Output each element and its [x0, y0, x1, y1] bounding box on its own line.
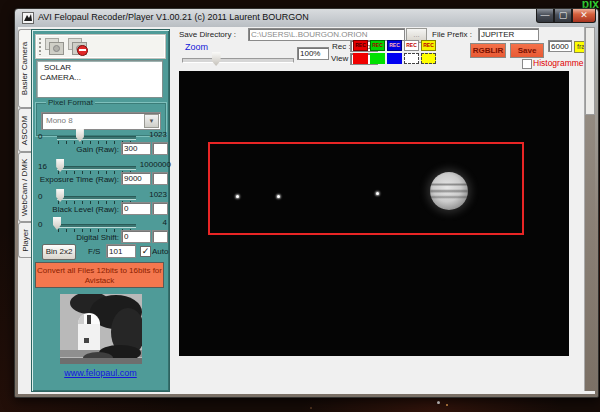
digital-shift-label: Digital Shift:	[76, 233, 119, 242]
fs-value-field[interactable]	[106, 244, 136, 258]
rec-button[interactable]: REC	[353, 40, 368, 51]
color-swatch[interactable]	[387, 53, 402, 64]
color-swatch[interactable]	[370, 53, 385, 64]
histogram-label: Histogramme	[533, 58, 584, 68]
tab-basler-camera[interactable]: Basler Camera	[18, 29, 31, 108]
minimize-button[interactable]: —	[536, 9, 554, 23]
exposure-label: Exposure Time (Raw):	[40, 175, 119, 184]
auto-checkbox[interactable]: ✓	[140, 246, 151, 257]
observatory-photo	[60, 294, 142, 364]
rec-button[interactable]: REC	[370, 40, 385, 51]
camera-list-item-line1: SOLAR	[40, 63, 162, 73]
camera-connect-icon[interactable]	[45, 38, 65, 55]
rec-button[interactable]: REC	[387, 40, 402, 51]
camera-list[interactable]: SOLAR CAMERA...	[36, 60, 163, 98]
close-button[interactable]: ✕	[572, 9, 596, 23]
star	[310, 407, 312, 409]
convert-12to16-button[interactable]: Convert all Files 12bits to 16bits for A…	[35, 262, 164, 288]
tab-player[interactable]: Player	[18, 222, 31, 258]
save-directory-label: Save Directory :	[179, 30, 236, 39]
camera-settings-panel: SOLAR CAMERA... Pixel Format Mono 8 ▼ 0 …	[31, 29, 170, 392]
gain-extra-field[interactable]	[152, 142, 168, 155]
bin-2x2-button[interactable]: Bin 2x2	[42, 244, 76, 260]
chevron-down-icon[interactable]: ▼	[144, 114, 159, 128]
rec-button-grid: RECRECRECRECREC	[353, 40, 436, 64]
website-link[interactable]: www.felopaul.com	[32, 368, 169, 378]
gain-min-label: 0	[38, 132, 42, 141]
pixel-format-dropdown[interactable]: Mono 8 ▼	[41, 112, 161, 130]
app-icon	[22, 12, 34, 24]
black-level-extra-field[interactable]	[152, 202, 168, 215]
digital-shift-max-label: 4	[163, 218, 167, 227]
desktop: pix AVI Felopaul Recoder/Player V1.00.21…	[0, 0, 600, 412]
digital-shift-extra-field[interactable]	[152, 230, 168, 243]
jupiter-moon	[236, 195, 239, 198]
jupiter-moon	[277, 195, 280, 198]
exposure-value-field[interactable]	[121, 172, 151, 185]
title-bar[interactable]: AVI Felopaul Recoder/Player V1.00.21 (c)…	[15, 9, 598, 27]
rec-button[interactable]: REC	[421, 40, 436, 51]
camera-toolbar	[35, 34, 166, 59]
rec-button[interactable]: REC	[404, 40, 419, 51]
star	[446, 404, 448, 406]
scrollbar-thumb[interactable]	[585, 27, 595, 115]
digital-shift-min-label: 0	[38, 220, 42, 229]
black-level-max-label: 1023	[149, 190, 167, 199]
digital-shift-slider-row: 0 4 Digital Shift:	[32, 217, 169, 247]
tab-webcam-dmk[interactable]: WebCam / DMK	[18, 152, 31, 222]
digital-shift-value-field[interactable]	[121, 230, 151, 243]
camera-list-item-line2: CAMERA...	[40, 73, 162, 83]
black-level-value-field[interactable]	[121, 202, 151, 215]
zoom-slider[interactable]	[182, 51, 294, 67]
black-level-label: Black Level (Raw):	[52, 205, 119, 214]
vertical-scrollbar[interactable]	[584, 27, 595, 391]
selection-rectangle[interactable]	[208, 142, 524, 235]
exposure-max-label: 1000000	[140, 160, 171, 169]
exposure-slider-row: 16 1000000 Exposure Time (Raw):	[32, 159, 169, 189]
black-level-min-label: 0	[38, 192, 42, 201]
window-title: AVI Felopaul Recoder/Player V1.00.21 (c)…	[38, 12, 309, 22]
tab-ascom[interactable]: ASCOM	[18, 108, 31, 152]
color-swatch[interactable]	[421, 53, 436, 64]
zoom-percent-field[interactable]	[297, 47, 329, 60]
zoom-slider-thumb[interactable]	[212, 52, 221, 66]
frame-count-field[interactable]	[548, 40, 572, 52]
color-swatch[interactable]	[404, 53, 419, 64]
jupiter-image	[430, 172, 468, 210]
toolbar-grip	[39, 38, 41, 55]
file-prefix-label: File Prefix :	[432, 30, 472, 39]
rec-fps-label: Rec :	[332, 42, 351, 51]
black-level-slider-row: 0 1023 Black Level (Raw):	[32, 189, 169, 219]
fs-label: F/S	[88, 247, 100, 256]
jupiter-moon	[376, 192, 379, 195]
gain-max-label: 1023	[149, 130, 167, 139]
exposure-min-label: 16	[38, 162, 47, 171]
rgblir-button[interactable]: RGBLIR	[470, 43, 506, 58]
client-area: Basler Camera ASCOM WebCam / DMK Player …	[18, 27, 595, 394]
capture-viewport[interactable]	[179, 71, 569, 356]
save-button[interactable]: Save	[510, 43, 544, 58]
histogram-checkbox[interactable]	[522, 59, 532, 69]
pixel-format-label: Pixel Format	[46, 98, 95, 107]
app-window: AVI Felopaul Recoder/Player V1.00.21 (c)…	[14, 8, 599, 398]
star	[437, 401, 440, 404]
auto-label: Auto	[152, 247, 168, 256]
file-prefix-field[interactable]	[478, 28, 539, 41]
gain-label: Gain (Raw):	[76, 145, 119, 154]
color-swatch[interactable]	[353, 53, 368, 64]
maximize-button[interactable]: ▢	[554, 9, 572, 23]
gain-slider-row: 0 1023 Gain (Raw):	[32, 129, 169, 159]
camera-stop-icon[interactable]	[68, 38, 88, 55]
exposure-extra-field[interactable]	[152, 172, 168, 185]
gain-value-field[interactable]	[121, 142, 151, 155]
